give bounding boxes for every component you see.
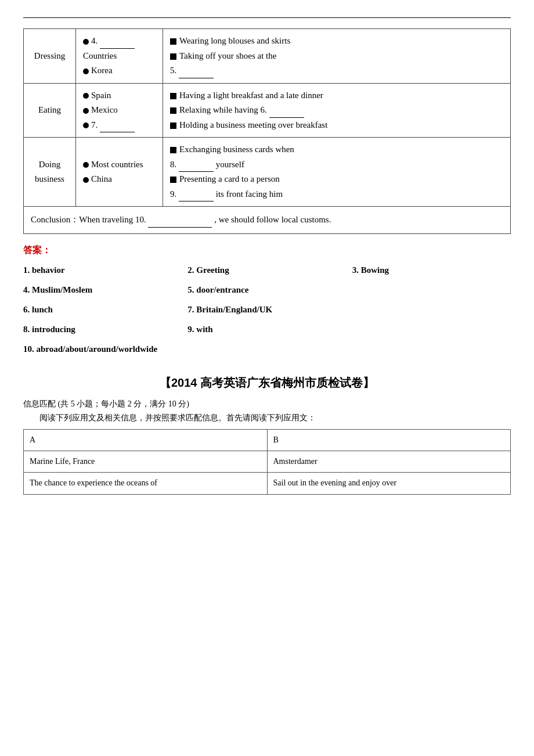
bullet-icon xyxy=(83,39,89,45)
answer-item-9: 9. with xyxy=(187,321,511,338)
countries-eating: Spain Mexico 7. xyxy=(76,83,163,138)
answer-item-6: 6. lunch xyxy=(23,301,182,318)
countries-dressing: 4. Countries Korea xyxy=(76,29,163,84)
custom-item: Exchanging business cards when xyxy=(170,142,503,157)
bullet-icon xyxy=(83,69,89,74)
answer-item-3: 3. Bowing xyxy=(352,261,511,279)
main-content-table: Dressing 4. Countries Korea Wearing long… xyxy=(23,28,511,234)
answer-item-2: 2. Greeting xyxy=(187,261,346,279)
country-item: Countries xyxy=(83,49,156,64)
custom-item: 9. its front facing him xyxy=(170,187,503,202)
section2-title: 【2014 高考英语广东省梅州市质检试卷】 xyxy=(23,375,511,391)
bullet-icon xyxy=(83,123,89,128)
conclusion-cell: Conclusion：When traveling 10. , we shoul… xyxy=(24,207,511,234)
bullet-icon xyxy=(83,93,89,99)
customs-dressing: Wearing long blouses and skirts Taking o… xyxy=(163,29,511,84)
bullet-icon xyxy=(83,162,89,168)
info-table: A B Marine Life, France Amsterdamer The … xyxy=(23,429,511,495)
custom-item: 8. yourself xyxy=(170,157,503,172)
info-table-header-a: A xyxy=(24,429,268,451)
answer-grid: 1. behavior 2. Greeting 3. Bowing 4. Mus… xyxy=(23,261,511,358)
info-table-header-b: B xyxy=(267,429,511,451)
blank-10 xyxy=(148,227,212,228)
country-item: Mexico xyxy=(83,103,156,118)
countries-doing-business: Most countries China xyxy=(76,138,163,207)
square-icon xyxy=(170,53,176,60)
category-eating: Eating xyxy=(24,83,76,138)
answer-item-5: 5. door/entrance xyxy=(187,281,511,298)
custom-item: Relaxing while having 6. xyxy=(170,103,503,118)
country-item: Spain xyxy=(83,88,156,103)
info-table-header-row: A B xyxy=(24,429,511,451)
custom-item: Presenting a card to a person xyxy=(170,172,503,187)
category-doing-business: Doing business xyxy=(24,138,76,207)
top-divider xyxy=(23,17,511,18)
info-table-row-2: The chance to experience the oceans of S… xyxy=(24,473,511,494)
category-dressing: Dressing xyxy=(24,29,76,84)
info-table-cell-b1: Amsterdamer xyxy=(267,451,511,472)
custom-item: Having a light breakfast and a late dinn… xyxy=(170,88,503,103)
info-table-cell-a1: Marine Life, France xyxy=(24,451,268,472)
blank-5 xyxy=(179,78,214,78)
custom-item: Holding a business meeting over breakfas… xyxy=(170,118,503,133)
blank-9 xyxy=(179,201,214,201)
custom-item: 5. xyxy=(170,63,503,78)
table-row-dressing: Dressing 4. Countries Korea Wearing long… xyxy=(24,29,511,84)
customs-doing-business: Exchanging business cards when 8. yourse… xyxy=(163,138,511,207)
bullet-icon xyxy=(83,177,89,183)
country-item: 7. xyxy=(83,118,156,133)
info-table-row-1: Marine Life, France Amsterdamer xyxy=(24,451,511,472)
answer-item-8: 8. introducing xyxy=(23,321,182,338)
answer-item-1: 1. behavior xyxy=(23,261,182,279)
answer-item-7: 7. Britain/England/UK xyxy=(187,301,511,318)
square-icon xyxy=(170,147,176,153)
blank-7 xyxy=(100,132,135,132)
answer-item-10: 10. abroad/about/around/worldwide xyxy=(23,340,511,358)
answer-title: 答案： xyxy=(23,244,511,257)
customs-eating: Having a light breakfast and a late dinn… xyxy=(163,83,511,138)
square-icon xyxy=(170,107,176,114)
square-icon xyxy=(170,93,176,99)
square-icon xyxy=(170,38,176,45)
country-item: 4. xyxy=(83,34,156,49)
info-table-cell-b2: Sail out in the evening and enjoy over xyxy=(267,473,511,494)
answer-section: 答案： 1. behavior 2. Greeting 3. Bowing 4.… xyxy=(23,244,511,358)
country-item: Most countries xyxy=(83,157,156,172)
table-row-doing-business: Doing business Most countries China Exch… xyxy=(24,138,511,207)
custom-item: Wearing long blouses and skirts xyxy=(170,34,503,49)
section2: 【2014 高考英语广东省梅州市质检试卷】 信息匹配 (共 5 小题；每小题 2… xyxy=(23,375,511,495)
table-row-eating: Eating Spain Mexico 7. Having a light br… xyxy=(24,83,511,138)
custom-item: Taking off your shoes at the xyxy=(170,49,503,64)
section2-subtitle: 信息匹配 (共 5 小题；每小题 2 分，满分 10 分) xyxy=(23,399,511,409)
square-icon xyxy=(170,123,176,129)
answer-item-4: 4. Muslim/Moslem xyxy=(23,281,182,298)
country-item: China xyxy=(83,172,156,187)
section2-instruction: 阅读下列应用文及相关信息，并按照要求匹配信息。首先请阅读下列应用文： xyxy=(23,413,511,423)
square-icon xyxy=(170,177,176,183)
conclusion-row: Conclusion：When traveling 10. , we shoul… xyxy=(24,207,511,234)
info-table-cell-a2: The chance to experience the oceans of xyxy=(24,473,268,494)
country-item: Korea xyxy=(83,63,156,78)
bullet-icon xyxy=(83,108,89,114)
